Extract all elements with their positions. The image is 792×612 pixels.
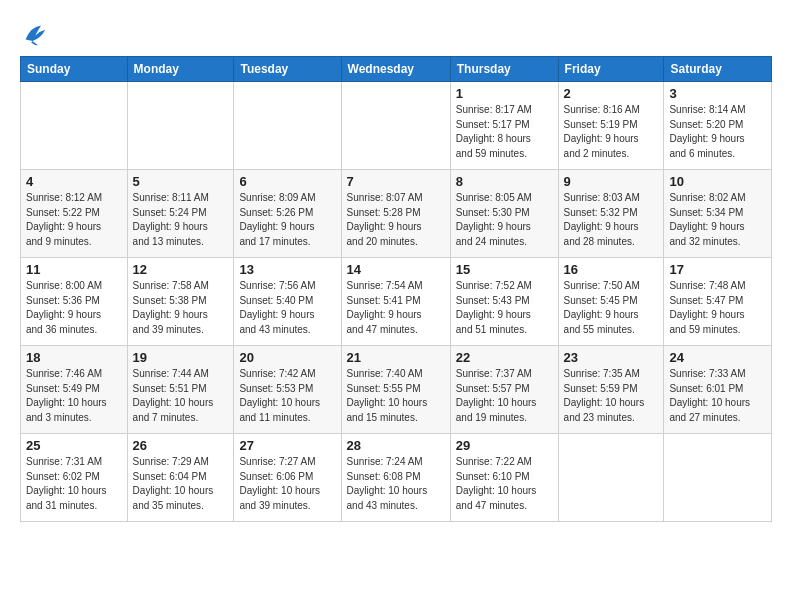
weekday-header-tuesday: Tuesday <box>234 57 341 82</box>
calendar-week-row: 25Sunrise: 7:31 AM Sunset: 6:02 PM Dayli… <box>21 434 772 522</box>
day-info: Sunrise: 8:16 AM Sunset: 5:19 PM Dayligh… <box>564 103 659 161</box>
calendar-cell <box>234 82 341 170</box>
header <box>20 16 772 48</box>
day-info: Sunrise: 8:03 AM Sunset: 5:32 PM Dayligh… <box>564 191 659 249</box>
day-number: 14 <box>347 262 445 277</box>
day-number: 26 <box>133 438 229 453</box>
day-number: 5 <box>133 174 229 189</box>
calendar-cell: 21Sunrise: 7:40 AM Sunset: 5:55 PM Dayli… <box>341 346 450 434</box>
calendar-cell: 22Sunrise: 7:37 AM Sunset: 5:57 PM Dayli… <box>450 346 558 434</box>
weekday-header-sunday: Sunday <box>21 57 128 82</box>
calendar-cell: 1Sunrise: 8:17 AM Sunset: 5:17 PM Daylig… <box>450 82 558 170</box>
page: SundayMondayTuesdayWednesdayThursdayFrid… <box>0 0 792 532</box>
day-info: Sunrise: 7:24 AM Sunset: 6:08 PM Dayligh… <box>347 455 445 513</box>
day-info: Sunrise: 7:42 AM Sunset: 5:53 PM Dayligh… <box>239 367 335 425</box>
calendar-cell: 11Sunrise: 8:00 AM Sunset: 5:36 PM Dayli… <box>21 258 128 346</box>
calendar-week-row: 11Sunrise: 8:00 AM Sunset: 5:36 PM Dayli… <box>21 258 772 346</box>
day-info: Sunrise: 7:40 AM Sunset: 5:55 PM Dayligh… <box>347 367 445 425</box>
calendar-cell: 29Sunrise: 7:22 AM Sunset: 6:10 PM Dayli… <box>450 434 558 522</box>
calendar-cell: 7Sunrise: 8:07 AM Sunset: 5:28 PM Daylig… <box>341 170 450 258</box>
day-number: 28 <box>347 438 445 453</box>
calendar-cell <box>127 82 234 170</box>
day-info: Sunrise: 7:44 AM Sunset: 5:51 PM Dayligh… <box>133 367 229 425</box>
day-number: 25 <box>26 438 122 453</box>
day-number: 20 <box>239 350 335 365</box>
calendar-cell: 12Sunrise: 7:58 AM Sunset: 5:38 PM Dayli… <box>127 258 234 346</box>
day-number: 24 <box>669 350 766 365</box>
calendar-cell: 24Sunrise: 7:33 AM Sunset: 6:01 PM Dayli… <box>664 346 772 434</box>
calendar-cell: 17Sunrise: 7:48 AM Sunset: 5:47 PM Dayli… <box>664 258 772 346</box>
day-number: 16 <box>564 262 659 277</box>
calendar-week-row: 4Sunrise: 8:12 AM Sunset: 5:22 PM Daylig… <box>21 170 772 258</box>
day-number: 8 <box>456 174 553 189</box>
calendar-cell: 16Sunrise: 7:50 AM Sunset: 5:45 PM Dayli… <box>558 258 664 346</box>
calendar-cell: 19Sunrise: 7:44 AM Sunset: 5:51 PM Dayli… <box>127 346 234 434</box>
calendar-cell: 6Sunrise: 8:09 AM Sunset: 5:26 PM Daylig… <box>234 170 341 258</box>
day-info: Sunrise: 7:56 AM Sunset: 5:40 PM Dayligh… <box>239 279 335 337</box>
day-number: 12 <box>133 262 229 277</box>
day-number: 2 <box>564 86 659 101</box>
calendar-cell: 27Sunrise: 7:27 AM Sunset: 6:06 PM Dayli… <box>234 434 341 522</box>
day-info: Sunrise: 7:35 AM Sunset: 5:59 PM Dayligh… <box>564 367 659 425</box>
day-number: 7 <box>347 174 445 189</box>
calendar-cell: 13Sunrise: 7:56 AM Sunset: 5:40 PM Dayli… <box>234 258 341 346</box>
calendar-cell: 25Sunrise: 7:31 AM Sunset: 6:02 PM Dayli… <box>21 434 128 522</box>
weekday-header-thursday: Thursday <box>450 57 558 82</box>
day-info: Sunrise: 8:11 AM Sunset: 5:24 PM Dayligh… <box>133 191 229 249</box>
day-number: 9 <box>564 174 659 189</box>
day-number: 17 <box>669 262 766 277</box>
day-info: Sunrise: 7:37 AM Sunset: 5:57 PM Dayligh… <box>456 367 553 425</box>
logo-bird-icon <box>20 20 48 48</box>
day-info: Sunrise: 8:00 AM Sunset: 5:36 PM Dayligh… <box>26 279 122 337</box>
calendar-cell: 14Sunrise: 7:54 AM Sunset: 5:41 PM Dayli… <box>341 258 450 346</box>
day-info: Sunrise: 7:29 AM Sunset: 6:04 PM Dayligh… <box>133 455 229 513</box>
weekday-header-wednesday: Wednesday <box>341 57 450 82</box>
day-number: 22 <box>456 350 553 365</box>
calendar-cell <box>341 82 450 170</box>
day-number: 19 <box>133 350 229 365</box>
day-number: 6 <box>239 174 335 189</box>
calendar-week-row: 18Sunrise: 7:46 AM Sunset: 5:49 PM Dayli… <box>21 346 772 434</box>
day-number: 18 <box>26 350 122 365</box>
calendar-cell: 20Sunrise: 7:42 AM Sunset: 5:53 PM Dayli… <box>234 346 341 434</box>
day-number: 21 <box>347 350 445 365</box>
calendar-cell: 28Sunrise: 7:24 AM Sunset: 6:08 PM Dayli… <box>341 434 450 522</box>
calendar-table: SundayMondayTuesdayWednesdayThursdayFrid… <box>20 56 772 522</box>
day-number: 10 <box>669 174 766 189</box>
day-info: Sunrise: 7:48 AM Sunset: 5:47 PM Dayligh… <box>669 279 766 337</box>
day-info: Sunrise: 8:09 AM Sunset: 5:26 PM Dayligh… <box>239 191 335 249</box>
weekday-header-friday: Friday <box>558 57 664 82</box>
day-info: Sunrise: 7:27 AM Sunset: 6:06 PM Dayligh… <box>239 455 335 513</box>
day-number: 11 <box>26 262 122 277</box>
day-info: Sunrise: 7:22 AM Sunset: 6:10 PM Dayligh… <box>456 455 553 513</box>
calendar-cell: 8Sunrise: 8:05 AM Sunset: 5:30 PM Daylig… <box>450 170 558 258</box>
day-info: Sunrise: 7:58 AM Sunset: 5:38 PM Dayligh… <box>133 279 229 337</box>
day-number: 4 <box>26 174 122 189</box>
calendar-cell: 3Sunrise: 8:14 AM Sunset: 5:20 PM Daylig… <box>664 82 772 170</box>
calendar-cell: 15Sunrise: 7:52 AM Sunset: 5:43 PM Dayli… <box>450 258 558 346</box>
day-number: 27 <box>239 438 335 453</box>
day-info: Sunrise: 7:31 AM Sunset: 6:02 PM Dayligh… <box>26 455 122 513</box>
day-number: 23 <box>564 350 659 365</box>
day-info: Sunrise: 8:05 AM Sunset: 5:30 PM Dayligh… <box>456 191 553 249</box>
calendar-cell <box>21 82 128 170</box>
calendar-cell: 5Sunrise: 8:11 AM Sunset: 5:24 PM Daylig… <box>127 170 234 258</box>
day-info: Sunrise: 8:14 AM Sunset: 5:20 PM Dayligh… <box>669 103 766 161</box>
day-number: 1 <box>456 86 553 101</box>
calendar-cell <box>558 434 664 522</box>
day-info: Sunrise: 7:54 AM Sunset: 5:41 PM Dayligh… <box>347 279 445 337</box>
calendar-cell: 26Sunrise: 7:29 AM Sunset: 6:04 PM Dayli… <box>127 434 234 522</box>
day-info: Sunrise: 8:02 AM Sunset: 5:34 PM Dayligh… <box>669 191 766 249</box>
calendar-cell: 4Sunrise: 8:12 AM Sunset: 5:22 PM Daylig… <box>21 170 128 258</box>
day-info: Sunrise: 7:46 AM Sunset: 5:49 PM Dayligh… <box>26 367 122 425</box>
day-info: Sunrise: 8:12 AM Sunset: 5:22 PM Dayligh… <box>26 191 122 249</box>
calendar-week-row: 1Sunrise: 8:17 AM Sunset: 5:17 PM Daylig… <box>21 82 772 170</box>
day-info: Sunrise: 7:52 AM Sunset: 5:43 PM Dayligh… <box>456 279 553 337</box>
day-info: Sunrise: 8:17 AM Sunset: 5:17 PM Dayligh… <box>456 103 553 161</box>
calendar-cell: 10Sunrise: 8:02 AM Sunset: 5:34 PM Dayli… <box>664 170 772 258</box>
day-number: 3 <box>669 86 766 101</box>
day-number: 15 <box>456 262 553 277</box>
day-info: Sunrise: 7:33 AM Sunset: 6:01 PM Dayligh… <box>669 367 766 425</box>
weekday-header-monday: Monday <box>127 57 234 82</box>
weekday-header-row: SundayMondayTuesdayWednesdayThursdayFrid… <box>21 57 772 82</box>
